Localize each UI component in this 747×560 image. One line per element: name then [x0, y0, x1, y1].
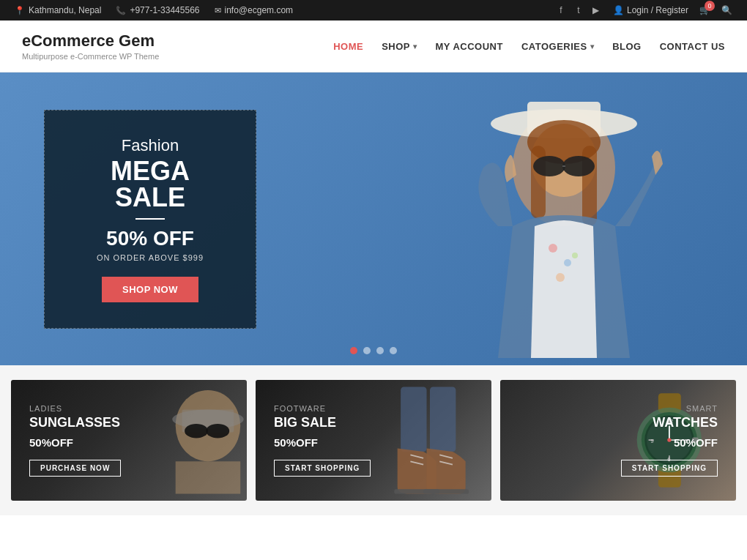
- facebook-icon[interactable]: f: [555, 4, 567, 16]
- promo-text-footware: FOOTWARE BIG SALE 50%OFF START SHOPPING: [256, 389, 389, 491]
- hero-mega-sale-label: MEGA SALE: [74, 158, 226, 211]
- promo-card-watches[interactable]: 12 3 6 9 SMART WATCHES 50%OFF START SHOP…: [500, 380, 736, 501]
- promo-title-1: SUNGLASSES: [29, 416, 121, 430]
- svg-point-13: [572, 253, 578, 258]
- top-bar-left: 📍 Kathmandu, Nepal 📞 +977-1-33445566 ✉ i…: [15, 5, 293, 15]
- hero-model-image: [439, 80, 688, 365]
- top-bar-right: f t ▶ 👤 Login / Register 🛒 0 🔍: [555, 4, 732, 16]
- phone-text: +977-1-33445566: [130, 5, 199, 15]
- promo-btn-footware[interactable]: START SHOPPING: [274, 460, 371, 477]
- hero-fashion-label: Fashion: [74, 136, 226, 155]
- svg-rect-19: [176, 461, 241, 493]
- header: eCommerce Gem Multipurpose e-Commerce WP…: [0, 20, 747, 72]
- cart-icon[interactable]: 🛒 0: [699, 5, 710, 15]
- promo-card-footware[interactable]: FOOTWARE BIG SALE 50%OFF START SHOPPING: [256, 380, 491, 501]
- phone-icon: 📞: [116, 6, 126, 15]
- promo-btn-watches[interactable]: START SHOPPING: [621, 460, 718, 477]
- nav-shop[interactable]: SHOP ▾: [382, 41, 417, 52]
- hero-order-text: ON ORDER ABOVE $999: [74, 253, 226, 262]
- svg-point-12: [556, 273, 565, 282]
- cart-badge: 0: [705, 1, 715, 11]
- slider-dot-4[interactable]: [390, 347, 397, 354]
- hero-promo-box: Fashion MEGA SALE 50% OFF ON ORDER ABOVE…: [44, 110, 256, 329]
- twitter-icon[interactable]: t: [573, 4, 584, 16]
- social-icons: f t ▶: [555, 4, 602, 16]
- promo-discount-2: 50%OFF: [274, 436, 371, 449]
- logo-area: eCommerce Gem Multipurpose e-Commerce WP…: [22, 31, 159, 61]
- nav-blog[interactable]: BLOG: [612, 41, 642, 52]
- promo-text-sunglasses: LADIES SUNGLASSES 50%OFF PURCHASE NOW: [11, 389, 139, 491]
- promo-text-watches: SMART WATCHES 50%OFF START SHOPPING: [603, 389, 736, 491]
- slider-dot-1[interactable]: [350, 347, 357, 354]
- user-icon: 👤: [613, 5, 624, 15]
- nav-my-account[interactable]: MY ACCOUNT: [436, 41, 503, 52]
- shop-now-button[interactable]: SHOP NOW: [102, 277, 198, 302]
- promo-category-2: FOOTWARE: [274, 404, 371, 413]
- top-bar: 📍 Kathmandu, Nepal 📞 +977-1-33445566 ✉ i…: [0, 0, 747, 20]
- svg-point-7: [533, 156, 565, 176]
- phone-info: 📞 +977-1-33445566: [116, 5, 199, 15]
- promo-discount-3: 50%OFF: [621, 436, 718, 449]
- nav-catogeries[interactable]: CATOGERIES ▾: [521, 41, 594, 52]
- location-icon: 📍: [15, 6, 25, 15]
- promo-discount-1: 50%OFF: [29, 436, 121, 449]
- slider-dot-2[interactable]: [363, 347, 371, 354]
- login-register-link[interactable]: 👤 Login / Register: [613, 5, 688, 15]
- slider-dots: [350, 347, 397, 354]
- hero-section: Fashion MEGA SALE 50% OFF ON ORDER ABOVE…: [0, 72, 747, 365]
- email-text: info@ecgem.com: [225, 5, 294, 15]
- svg-rect-20: [401, 387, 426, 452]
- hero-discount-label: 50% OFF: [74, 227, 226, 250]
- nav-home[interactable]: HOME: [333, 41, 363, 52]
- slider-dot-3[interactable]: [376, 347, 384, 354]
- promo-title-2: BIG SALE: [274, 416, 371, 430]
- logo-subtitle: Multipurpose e-Commerce WP Theme: [22, 52, 159, 61]
- promo-category-3: SMART: [621, 404, 718, 413]
- search-icon[interactable]: 🔍: [721, 5, 732, 15]
- svg-point-17: [185, 424, 208, 438]
- svg-point-18: [206, 424, 229, 438]
- hero-model-svg: [439, 80, 688, 365]
- email-info: ✉ info@ecgem.com: [215, 5, 294, 15]
- youtube-icon[interactable]: ▶: [590, 4, 602, 16]
- svg-point-8: [562, 156, 595, 176]
- promo-btn-sunglasses[interactable]: PURCHASE NOW: [29, 460, 121, 477]
- promo-card-sunglasses[interactable]: LADIES SUNGLASSES 50%OFF PURCHASE NOW: [11, 380, 247, 501]
- chevron-down-icon-2: ▾: [590, 42, 595, 51]
- promo-section: LADIES SUNGLASSES 50%OFF PURCHASE NOW: [0, 365, 747, 515]
- promo-category-1: LADIES: [29, 404, 121, 413]
- svg-rect-23: [423, 489, 469, 493]
- chevron-down-icon: ▾: [413, 42, 417, 51]
- location-text: Kathmandu, Nepal: [29, 5, 101, 15]
- main-nav: HOME SHOP ▾ MY ACCOUNT CATOGERIES ▾ BLOG…: [333, 41, 725, 52]
- email-icon: ✉: [215, 6, 221, 15]
- hero-divider: [135, 218, 165, 220]
- svg-rect-21: [430, 387, 456, 452]
- logo-title[interactable]: eCommerce Gem: [22, 31, 159, 51]
- svg-point-11: [564, 259, 571, 266]
- nav-contact-us[interactable]: CONTACT US: [660, 41, 725, 52]
- location-info: 📍 Kathmandu, Nepal: [15, 5, 101, 15]
- svg-point-10: [549, 244, 557, 253]
- promo-title-3: WATCHES: [621, 416, 718, 430]
